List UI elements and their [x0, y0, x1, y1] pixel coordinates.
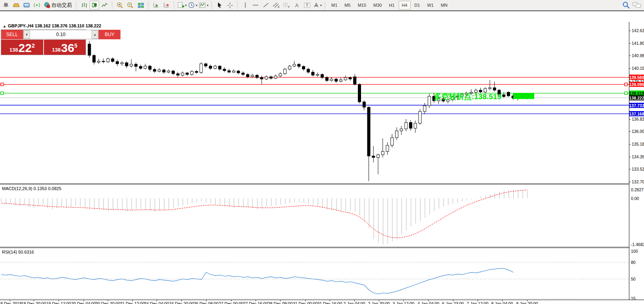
candle-body: [409, 123, 412, 129]
volume-down-button[interactable]: ▼: [23, 30, 30, 39]
trendline-tool-icon[interactable]: [261, 1, 271, 10]
line-handle[interactable]: [625, 83, 627, 86]
candle-body: [484, 89, 487, 92]
timeframe-button-d1[interactable]: D1: [411, 1, 423, 10]
dropdown-caret-icon: ▾: [196, 4, 197, 7]
candle-body: [493, 88, 496, 90]
line-handle[interactable]: [625, 92, 627, 94]
toolbar-grip: [173, 2, 176, 9]
chart-window: ▲GBPJPY-,H4 138.162 138.376 138.110 138.…: [0, 11, 644, 304]
timeframe-button-h4[interactable]: H4: [399, 1, 411, 10]
tile-windows-icon[interactable]: [136, 1, 145, 10]
autotrading-button[interactable]: 自动交易: [42, 1, 73, 10]
time-axis-label: 8 Jan 20:00: [516, 301, 538, 304]
candle-body: [107, 59, 109, 62]
zoom-in-icon[interactable]: [115, 1, 125, 10]
chart-title: ▲GBPJPY-,H4 138.162 138.376 138.110 138.…: [3, 23, 101, 28]
one-click-trade-panel: SELL ▼ ▲ BUY 138 22 2 138 36 5: [1, 29, 86, 55]
vertical-line-tool-icon[interactable]: [241, 1, 250, 10]
highlight-rectangle-object[interactable]: [513, 93, 534, 99]
buy-price-box[interactable]: 138 36 5: [44, 40, 86, 55]
line-handle[interactable]: [1, 83, 4, 86]
new-order-label: 单: [4, 2, 9, 9]
templates-icon[interactable]: ▾: [199, 1, 209, 10]
time-axis-label: 27 Dec 00:00: [219, 301, 243, 304]
gold-ingot-icon[interactable]: [11, 1, 21, 10]
candle-body: [377, 155, 380, 158]
candlestick-chart-icon[interactable]: [90, 1, 99, 10]
time-axis-label: 31 Dec 16:00: [317, 301, 342, 304]
candle-body: [474, 90, 477, 92]
rsi-axis-label: 50: [631, 277, 636, 281]
candle-body: [158, 70, 161, 71]
bar-chart-icon[interactable]: [79, 1, 89, 10]
volume-stepper: ▼ ▲: [23, 30, 99, 39]
timeframe-button-m30[interactable]: M30: [370, 1, 385, 10]
chat-icon[interactable]: [632, 1, 642, 10]
price-tick-label: 132.705: [632, 179, 644, 184]
text-tool-icon[interactable]: A: [292, 1, 302, 10]
timeframe-button-m1[interactable]: M1: [328, 1, 340, 10]
line-chart-icon[interactable]: [100, 1, 109, 10]
price-chart-pane[interactable]: 多空转折点:138.519: [0, 22, 629, 183]
collapse-triangle-icon[interactable]: ▲: [3, 24, 6, 28]
crosshair-icon[interactable]: [225, 1, 235, 10]
volume-input[interactable]: [30, 30, 92, 39]
horizontal-line-tool-icon[interactable]: [251, 1, 260, 10]
price-tick-mark: [629, 131, 631, 132]
text-label-tool-icon[interactable]: T: [302, 1, 312, 10]
macd-pane[interactable]: [0, 185, 629, 247]
price-tick-mark: [629, 56, 631, 56]
periods-clock-icon[interactable]: ▾: [188, 1, 198, 10]
turning-point-annotation[interactable]: 多空转折点:138.519: [434, 92, 501, 101]
candle-body: [102, 61, 105, 62]
candle-body: [176, 74, 179, 75]
zoom-out-icon[interactable]: [126, 1, 135, 10]
timeframe-button-m15[interactable]: M15: [355, 1, 369, 10]
market-watch-icon[interactable]: [22, 1, 31, 10]
buy-button[interactable]: BUY: [99, 30, 120, 39]
timeframe-button-m5[interactable]: M5: [341, 1, 354, 10]
price-tick-label: 133.530: [632, 167, 644, 171]
dropdown-caret-icon: ▾: [320, 4, 322, 7]
fibo-subscript: F: [288, 6, 290, 8]
candle-body: [149, 66, 151, 69]
candle-body: [162, 70, 165, 72]
chart-shift-icon[interactable]: [162, 1, 171, 10]
candle-body: [195, 71, 198, 73]
candle-body: [349, 77, 352, 79]
line-handle[interactable]: [1, 92, 4, 94]
candle-body: [354, 77, 356, 84]
candle-body: [218, 66, 221, 69]
timeframe-button-h1[interactable]: H1: [386, 1, 397, 10]
new-order-button[interactable]: 单: [1, 1, 11, 10]
timeframe-button-w1[interactable]: W1: [424, 1, 437, 10]
time-axis-label: 20 Dec 20:00: [96, 301, 120, 304]
price-tick-mark: [629, 81, 631, 81]
indicators-add-icon[interactable]: ▾: [177, 1, 187, 10]
candle-body: [247, 75, 249, 77]
signal-icon[interactable]: [32, 1, 42, 10]
search-icon[interactable]: [621, 1, 631, 10]
toolbar-grip: [111, 2, 114, 9]
sell-price-box[interactable]: 138 22 2: [1, 40, 43, 55]
arrows-tool-icon[interactable]: ▾: [313, 1, 322, 10]
candle-body: [111, 59, 114, 62]
candle-body: [139, 66, 142, 68]
time-axis-label: 20 Dec 04:00: [71, 301, 96, 304]
fibonacci-tool-icon[interactable]: F: [282, 1, 291, 10]
cursor-icon[interactable]: [215, 1, 224, 10]
sell-button[interactable]: SELL: [1, 30, 23, 39]
volume-up-button[interactable]: ▲: [92, 30, 98, 39]
dropdown-caret-icon: ▾: [207, 4, 208, 7]
price-tick-label: 142.630: [632, 28, 644, 33]
equidistant-channel-tool-icon[interactable]: E: [271, 1, 281, 10]
candle-body: [340, 80, 342, 81]
candle-body: [242, 73, 245, 75]
candle-body: [423, 106, 426, 112]
auto-scroll-icon[interactable]: [151, 1, 161, 10]
price-line-label: 137.168: [629, 111, 644, 116]
candle-body: [405, 123, 407, 129]
timeframe-button-mn[interactable]: MN: [438, 1, 451, 10]
rsi-pane[interactable]: [0, 248, 629, 300]
